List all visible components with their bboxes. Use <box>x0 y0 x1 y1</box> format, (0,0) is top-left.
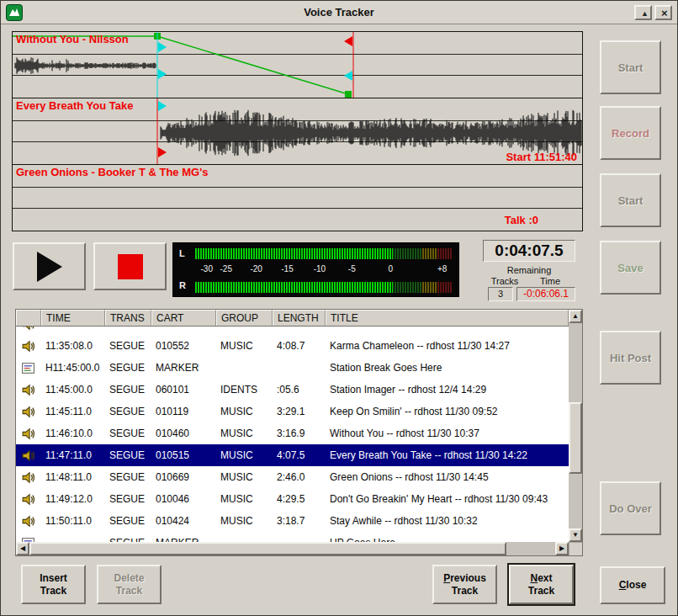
cell-time: 11:49:12.0 <box>41 488 105 510</box>
log-header: TIME TRANS CART GROUP LENGTH TITLE <box>16 310 569 327</box>
cell-cart: 010552 <box>151 335 216 357</box>
cell-title: Without You -- rdhost 11/30 10:37 <box>326 422 569 444</box>
next-track-button[interactable]: Next Track <box>509 565 574 604</box>
meter-left-label: L <box>179 248 185 258</box>
scale-tick: -5 <box>348 264 356 273</box>
cell-trans: SEGUE <box>105 401 151 422</box>
horizontal-scrollbar[interactable] <box>16 542 569 555</box>
remaining-tracks-label: Tracks <box>483 276 527 286</box>
horizontal-scroll-thumb[interactable] <box>29 542 506 555</box>
cell-length: 3:16.9 <box>273 422 326 444</box>
cell-time: H11:45:00.0 <box>41 357 105 379</box>
row-type-icon <box>16 401 41 422</box>
app-icon <box>6 4 23 21</box>
track-2-title: Every Breath You Take <box>16 99 133 112</box>
previous-track-button[interactable]: Previous Track <box>432 565 497 604</box>
marker-arrow[interactable] <box>344 71 352 81</box>
cell-group <box>216 327 273 335</box>
start-track2-button[interactable]: Start <box>600 173 661 227</box>
save-button[interactable]: Save <box>600 241 661 295</box>
scroll-down-button[interactable] <box>569 528 582 542</box>
scrollbar-corner <box>569 542 582 555</box>
close-button[interactable]: Close <box>600 566 665 604</box>
scroll-right-button[interactable] <box>555 542 569 555</box>
log-row[interactable]: 11:46:10.0 SEGUE 010460 MUSIC 3:16.9 Wit… <box>16 422 569 444</box>
cell-title: Don't Go Breakin' My Heart -- rdhost 11/… <box>326 488 569 510</box>
log-event-list: TIME TRANS CART GROUP LENGTH TITLE <box>15 309 583 556</box>
close-window-button[interactable]: × <box>654 5 672 20</box>
column-header-time: TIME <box>41 310 105 326</box>
do-over-button[interactable]: Do Over <box>600 481 661 535</box>
scale-tick: -25 <box>220 264 232 273</box>
elapsed-time-display: 0:04:07.5 <box>483 240 575 262</box>
marker-arrow[interactable] <box>158 69 167 79</box>
row-type-icon <box>16 532 41 542</box>
scale-tick: -30 <box>201 264 213 273</box>
log-row[interactable]: 11:45:00.0 SEGUE 060101 IDENTS :05.6 Sta… <box>16 379 569 401</box>
button-label: Previous <box>443 572 486 585</box>
insert-track-button[interactable]: Insert Track <box>21 565 86 604</box>
column-header-icon <box>16 310 41 326</box>
cell-length: 2:46.0 <box>273 466 326 488</box>
meter-bar-right <box>194 282 453 293</box>
record-button[interactable]: Record <box>600 106 661 160</box>
log-row[interactable]: 11:50:11.0 SEGUE 010424 MUSIC 3:18.7 Sta… <box>16 510 569 532</box>
cell-trans: SEGUE <box>105 422 151 444</box>
log-row[interactable]: 11:35:08.0 SEGUE 010552 MUSIC 4:08.7 Kar… <box>16 335 569 357</box>
cell-cart: 060101 <box>151 379 216 401</box>
scroll-left-button[interactable] <box>16 542 29 555</box>
marker-arrow[interactable] <box>158 42 167 52</box>
log-row-selected[interactable]: 11:47:11.0 SEGUE 010515 MUSIC 4:07.5 Eve… <box>16 444 569 466</box>
voice-tracker-window: Voice Tracker ▲ × Without You - Nilsson <box>0 0 678 616</box>
log-rows: 11:35:08.0 SEGUE 010552 MUSIC 4:08.7 Kar… <box>16 327 569 542</box>
button-label: Track <box>452 585 478 597</box>
log-row[interactable]: SEGUE MARKER UP Goes Here <box>16 532 569 542</box>
cell-time: 11:50:11.0 <box>41 510 105 532</box>
shade-button[interactable]: ▲ <box>634 5 652 20</box>
delete-track-button[interactable]: Delete Track <box>97 565 162 604</box>
vertical-scrollbar[interactable] <box>569 310 582 542</box>
play-button[interactable] <box>13 242 86 290</box>
cell-time: 11:47:11.0 <box>41 444 105 466</box>
cell-title: Karma Chameleon -- rdhost 11/30 14:27 <box>326 335 569 357</box>
button-label: Next <box>530 572 552 585</box>
cell-trans: SEGUE <box>105 532 151 542</box>
remaining-label: Remaining <box>483 265 575 275</box>
cell-group: MUSIC <box>216 401 273 422</box>
cell-trans: SEGUE <box>105 335 151 357</box>
marker-arrow[interactable] <box>158 147 167 157</box>
log-row[interactable]: H11:45:00.0 SEGUE MARKER Station Break G… <box>16 357 569 379</box>
log-row[interactable] <box>16 327 569 335</box>
fade-handle-end[interactable] <box>345 91 352 98</box>
cell-group: MUSIC <box>216 335 273 357</box>
cell-length: 4:07.5 <box>273 444 326 466</box>
scale-tick: -15 <box>281 264 293 273</box>
cell-title: Station Imager -- rdhost 12/4 14:29 <box>326 379 569 401</box>
button-label: Track <box>40 585 66 597</box>
cell-trans: SEGUE <box>105 488 151 510</box>
vertical-scroll-thumb[interactable] <box>569 402 582 474</box>
scale-tick: 0 <box>389 264 394 273</box>
cell-cart: MARKER <box>151 532 216 542</box>
cell-length: 3:29.1 <box>273 401 326 422</box>
cell-cart: 010046 <box>151 488 216 510</box>
cell-length <box>273 532 326 542</box>
play-icon <box>37 252 62 282</box>
cell-cart: 010460 <box>151 422 216 444</box>
meter-bar-left <box>194 248 453 259</box>
hit-post-button[interactable]: Hit Post <box>600 331 661 385</box>
waveform-panel: Without You - Nilsson Every Breath You T… <box>12 31 583 231</box>
marker-arrow[interactable] <box>344 36 352 46</box>
column-header-title: TITLE <box>326 310 569 326</box>
scroll-up-button[interactable] <box>569 310 582 323</box>
log-row[interactable]: 11:49:12.0 SEGUE 010046 MUSIC 4:29.5 Don… <box>16 488 569 510</box>
marker-arrow[interactable] <box>158 101 167 111</box>
row-type-icon <box>16 422 41 444</box>
cell-length: 4:08.7 <box>273 335 326 357</box>
stop-button[interactable] <box>93 242 167 290</box>
log-row[interactable]: 11:45:11.0 SEGUE 010119 MUSIC 3:29.1 Kee… <box>16 401 569 422</box>
row-type-icon <box>16 335 41 357</box>
cell-time: 11:45:00.0 <box>41 379 105 401</box>
start-track1-button[interactable]: Start <box>600 40 661 94</box>
log-row[interactable]: 11:48:11.0 SEGUE 010669 MUSIC 2:46.0 Gre… <box>16 466 569 488</box>
